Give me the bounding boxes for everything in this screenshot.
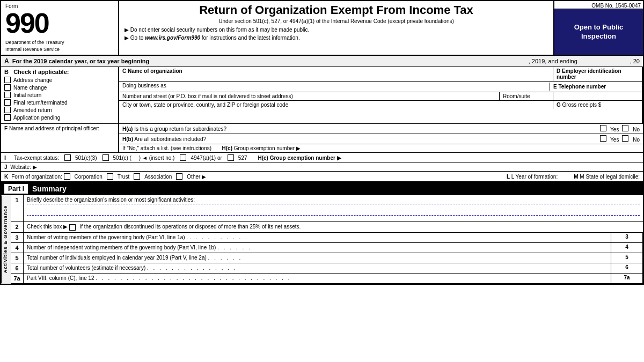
header-subtitle: Under section 501(c), 527, or 4947(a)(1)… — [125, 18, 548, 24]
dept-info: Department of the Treasury Internal Reve… — [5, 39, 114, 53]
row-content-2: Check this box ▶ if the organization dis… — [24, 222, 643, 232]
hb-yes-no: Yes No — [600, 135, 640, 143]
tax-527: 527 — [228, 154, 247, 161]
checkbox-name-change[interactable] — [4, 84, 11, 91]
row-content-6: Total number of volunteers (estimate if … — [24, 263, 611, 273]
checkbox-4947[interactable] — [180, 154, 186, 161]
fh-row: F Name and address of principal officer:… — [1, 124, 643, 153]
g-label: G — [557, 102, 562, 108]
header-section: Form 990 Department of the Treasury Inte… — [1, 1, 643, 56]
summary-row-1: 1 Briefly describe the organization's mi… — [11, 195, 643, 222]
section-a-text: For the 2019 calendar year, or tax year … — [12, 58, 150, 64]
summary-row-7a: 7a Part VIII, column (C), line 12 . . . … — [11, 274, 643, 284]
label-501c3: 501(c)(3) — [75, 155, 97, 161]
row3-number: 3 — [611, 233, 643, 242]
checkbox-initial-return[interactable] — [4, 92, 11, 98]
checkbox-hb-yes[interactable] — [600, 135, 606, 142]
d-label: D Employer identification number — [553, 67, 642, 81]
g-text: Gross receipts $ — [562, 102, 602, 108]
bullet2: ▶ Go to www.irs.gov/Form990 for instruct… — [125, 34, 548, 42]
checkbox-address-change[interactable] — [4, 77, 11, 83]
row1-text: Briefly describe the organization's miss… — [27, 197, 640, 203]
ha-yes-no: Yes No — [600, 125, 640, 132]
if-no-text: If "No," attach a list. (see instruction… — [122, 145, 211, 151]
label-final-return: Final return/terminated — [13, 100, 68, 106]
row-num-7: 7a — [11, 274, 24, 283]
hb-yes: Yes — [600, 135, 619, 143]
ha-yes: Yes — [600, 125, 619, 132]
check-final-return: Final return/terminated — [4, 99, 115, 106]
hc-group-right: H(c) Group exemption number ▶ — [258, 155, 341, 161]
checkbox-501c[interactable] — [103, 154, 109, 161]
dba-row: Doing business as — [122, 83, 550, 91]
row5-dots: . . . . . . — [208, 255, 243, 261]
checkbox-app-pending[interactable] — [4, 114, 11, 121]
street-label-cell: Number and street (or P.O. box if mail i… — [119, 92, 500, 100]
row5-text: Total number of individuals employed in … — [27, 255, 207, 261]
check-app-pending: Application pending — [4, 114, 115, 121]
checkbox-ha-yes[interactable] — [600, 125, 606, 131]
checkbox-final-return[interactable] — [4, 99, 11, 106]
part-badge: Part I — [4, 184, 28, 194]
row-num-1: 1 — [11, 195, 24, 221]
section-b: B Check if applicable: Address change Na… — [1, 67, 119, 123]
dashed-line-1a — [27, 204, 640, 204]
b-letter: B — [4, 69, 9, 75]
dashed-line-1b — [27, 215, 640, 216]
check-address-change: Address change — [4, 77, 115, 83]
checkbox-501c3[interactable] — [64, 154, 71, 161]
k-text: Form of organization: — [11, 174, 62, 180]
summary-row-3: 3 Number of voting members of the govern… — [11, 233, 643, 243]
checkbox-hb-no[interactable] — [622, 135, 628, 142]
row5-number: 5 — [611, 253, 643, 263]
part-header: Part I Summary — [1, 182, 643, 195]
section-h: H(a) Is this a group return for subordin… — [119, 124, 643, 152]
k-corporation: Corporation — [64, 173, 103, 180]
hb-row: H(b) Are all subordinates included? Yes … — [119, 134, 643, 144]
row3-dots: . . . . . . . . . . — [189, 234, 248, 240]
f-label: F — [4, 125, 9, 131]
j-text: Website: ▶ — [10, 164, 37, 170]
form-number-block: Form 990 Department of the Treasury Inte… — [1, 1, 119, 55]
summary-row-4: 4 Number of independent voting members o… — [11, 243, 643, 253]
checkbox-trust[interactable] — [107, 173, 113, 180]
checkbox-ha-no[interactable] — [622, 125, 628, 131]
section-j-row: J Website: ▶ — [1, 163, 643, 172]
label-527: 527 — [238, 155, 247, 161]
check-label: Check if applicable: — [13, 69, 69, 75]
checkbox-527[interactable] — [228, 154, 234, 161]
summary-row-6: 6 Total number of volunteers (estimate i… — [11, 263, 643, 274]
row3-text: Number of voting members of the governin… — [27, 234, 188, 240]
check-initial-return: Initial return — [4, 92, 115, 98]
row-content-3: Number of voting members of the governin… — [24, 233, 611, 242]
k-right-fields: L L Year of formation: M M State of lega… — [507, 174, 640, 180]
section-a: A For the 2019 calendar year, or tax yea… — [1, 56, 643, 67]
f-text: Name and address of principal officer: — [9, 125, 99, 131]
k-trust: Trust — [107, 173, 129, 180]
checkbox-amended[interactable] — [4, 107, 11, 113]
checkbox-association[interactable] — [134, 173, 140, 180]
tax-501c: 501(c) ( ) ◄ (insert no.) — [103, 154, 175, 161]
label-app-pending: Application pending — [13, 115, 60, 121]
hb-label: H(b) Are all subordinates included? — [122, 136, 206, 142]
omb-number: OMB No. 1545-0047 — [554, 1, 643, 9]
section-a-label: A — [4, 57, 9, 65]
check-amended: Amended return — [4, 107, 115, 113]
c-name-label: Name of organization — [128, 68, 182, 74]
header-title: Return of Organization Exempt From Incom… — [125, 3, 548, 17]
ha-label: H(a) Is this a group return for subordin… — [122, 126, 226, 132]
label-address-change: Address change — [13, 77, 52, 83]
tax-501c3: 501(c)(3) — [64, 154, 97, 161]
row-num-6: 6 — [11, 263, 24, 273]
checkbox-row2[interactable] — [69, 224, 76, 231]
k-checkboxes: Corporation Trust Association Other ▶ — [64, 173, 207, 180]
label-4947: 4947(a)(1) or — [191, 155, 222, 161]
checkbox-corporation[interactable] — [64, 173, 70, 180]
room-label-cell: Room/suite — [500, 92, 553, 100]
row-content-7a: Part VIII, column (C), line 12 . . . . .… — [24, 274, 611, 283]
checkbox-other[interactable] — [176, 173, 182, 180]
label-name-change: Name change — [13, 85, 47, 91]
l-label: L L Year of formation: — [507, 174, 558, 180]
dba-label: Doing business as — [122, 83, 166, 88]
dept-line2: Internal Revenue Service — [5, 46, 114, 53]
